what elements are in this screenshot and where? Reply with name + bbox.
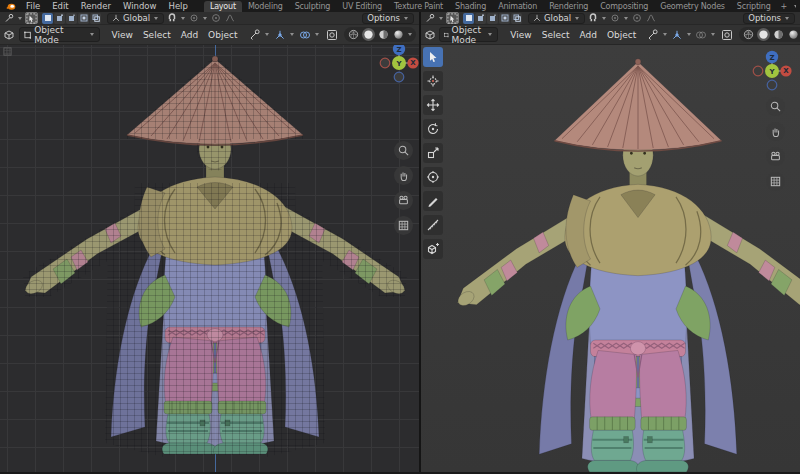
navigation-gizmo[interactable]: Z X Y [750, 49, 794, 93]
object-types-visibility-icon[interactable] [248, 28, 261, 42]
chevron-down-icon[interactable] [687, 33, 691, 36]
tab-uv-editing[interactable]: UV Editing [336, 1, 388, 12]
chevron-down-icon[interactable] [203, 17, 207, 20]
menu-edit[interactable]: Edit [46, 1, 74, 11]
shading-dropdown-icon[interactable] [408, 33, 412, 36]
active-tool-icon[interactable] [3, 13, 15, 24]
axis-y-ball[interactable]: Y [392, 56, 406, 70]
chevron-down-icon[interactable] [663, 33, 667, 36]
axis-x-ball[interactable]: X [407, 57, 418, 68]
viewport-menu-view[interactable]: View [107, 30, 138, 40]
shading-wireframe-icon[interactable] [742, 28, 755, 41]
object-types-visibility-icon[interactable] [647, 28, 659, 42]
tab-rendering[interactable]: Rendering [543, 1, 594, 12]
overlays-toggle-icon[interactable] [695, 28, 707, 42]
tool-select-box-icon[interactable] [423, 47, 443, 67]
viewport-3d-canvas-left[interactable]: Z X Y [0, 45, 419, 473]
character-model-wireframe[interactable] [15, 45, 415, 457]
tab-geometry-nodes[interactable]: Geometry Nodes [654, 1, 731, 12]
shading-rendered-icon[interactable] [392, 28, 405, 41]
chevron-down-icon[interactable] [265, 33, 269, 36]
axis-x-negative-ball[interactable] [380, 58, 390, 68]
menu-window[interactable]: Window [117, 1, 163, 11]
pan-icon[interactable] [394, 166, 413, 185]
select-box-tool-icon[interactable] [25, 12, 38, 24]
selmode-invert-icon[interactable] [78, 13, 89, 24]
shading-material-icon[interactable] [377, 28, 390, 41]
shading-solid-icon[interactable] [757, 28, 770, 41]
transform-orientation-dropdown[interactable]: Global [107, 13, 164, 24]
blender-logo-icon[interactable] [6, 2, 16, 11]
options-dropdown[interactable]: Options [743, 13, 795, 24]
falloff-curve-icon[interactable] [645, 13, 657, 24]
gizmos-toggle-icon[interactable] [273, 28, 286, 42]
proportional-editing-icon[interactable] [210, 13, 222, 24]
selmode-subtract-icon[interactable] [487, 13, 498, 24]
viewport-menu-select[interactable]: Select [537, 30, 575, 40]
collapsed-region-icon[interactable] [3, 47, 12, 56]
navigation-gizmo[interactable]: Z X Y [377, 45, 419, 85]
mode-dropdown[interactable]: Object Mode [439, 27, 498, 42]
tool-add-cube-icon[interactable] [423, 239, 443, 259]
selmode-new-icon[interactable] [42, 13, 53, 24]
viewport-menu-select[interactable]: Select [138, 30, 176, 40]
viewport-menu-object[interactable]: Object [602, 30, 641, 40]
axis-z-negative-ball[interactable] [394, 72, 404, 82]
add-workspace-button[interactable]: + [777, 1, 792, 12]
axis-x-negative-ball[interactable] [753, 66, 763, 76]
viewport-3d-canvas-right[interactable]: Z X Y [421, 45, 800, 473]
axis-z-negative-ball[interactable] [767, 80, 777, 90]
tool-annotate-icon[interactable] [423, 191, 443, 211]
snap-target-icon[interactable] [609, 13, 621, 24]
tab-sculpting[interactable]: Sculpting [289, 1, 337, 12]
selmode-intersect-icon[interactable] [511, 13, 522, 24]
select-box-tool-icon[interactable] [446, 12, 459, 24]
pan-icon[interactable] [766, 122, 785, 141]
menu-help[interactable]: Help [162, 1, 193, 11]
shading-wireframe-icon[interactable] [347, 28, 360, 41]
tab-animation[interactable]: Animation [492, 1, 543, 12]
toggle-ortho-icon[interactable] [394, 216, 413, 235]
active-tool-icon[interactable] [424, 13, 436, 24]
selmode-intersect-icon[interactable] [90, 13, 101, 24]
selmode-subtract-icon[interactable] [66, 13, 77, 24]
xray-toggle-icon[interactable] [721, 28, 733, 42]
tab-texture-paint[interactable]: Texture Paint [388, 1, 449, 12]
zoom-icon[interactable] [394, 141, 413, 160]
gizmos-toggle-icon[interactable] [671, 28, 683, 42]
falloff-curve-icon[interactable] [224, 13, 236, 24]
axis-z-ball[interactable]: Z [393, 45, 405, 55]
transform-orientation-dropdown[interactable]: Global [528, 13, 585, 24]
snap-magnet-icon[interactable] [166, 13, 178, 24]
tool-scale-icon[interactable] [423, 143, 443, 163]
axis-y-ball[interactable]: Y [765, 64, 779, 78]
tool-rotate-icon[interactable] [423, 119, 443, 139]
tool-move-icon[interactable] [423, 95, 443, 115]
scene-selector[interactable]: Scene [791, 1, 796, 11]
chevron-down-icon[interactable] [315, 33, 319, 36]
chevron-down-icon[interactable] [624, 17, 628, 20]
xray-toggle-icon[interactable] [325, 28, 338, 42]
character-model-solid[interactable] [448, 45, 800, 473]
proportional-editing-icon[interactable] [631, 13, 643, 24]
chevron-down-icon[interactable] [290, 33, 294, 36]
chevron-down-icon[interactable] [18, 17, 22, 20]
chevron-down-icon[interactable] [439, 17, 443, 20]
chevron-down-icon[interactable] [602, 17, 606, 20]
chevron-down-icon[interactable] [711, 33, 715, 36]
snap-target-icon[interactable] [188, 13, 200, 24]
camera-view-icon[interactable] [394, 191, 413, 210]
axis-z-ball[interactable]: Z [766, 51, 778, 63]
chevron-down-icon[interactable] [181, 17, 185, 20]
editor-type-icon[interactable] [3, 28, 16, 42]
viewport-menu-add[interactable]: Add [176, 30, 203, 40]
menu-render[interactable]: Render [75, 1, 117, 11]
tab-modeling[interactable]: Modeling [242, 1, 289, 12]
tool-measure-icon[interactable] [423, 215, 443, 235]
tab-compositing[interactable]: Compositing [594, 1, 654, 12]
mode-dropdown[interactable]: Object Mode [19, 27, 100, 42]
axis-x-ball[interactable]: X [780, 65, 791, 76]
tab-layout[interactable]: Layout [204, 1, 242, 12]
tool-cursor-icon[interactable] [423, 71, 443, 91]
selmode-invert-icon[interactable] [499, 13, 510, 24]
